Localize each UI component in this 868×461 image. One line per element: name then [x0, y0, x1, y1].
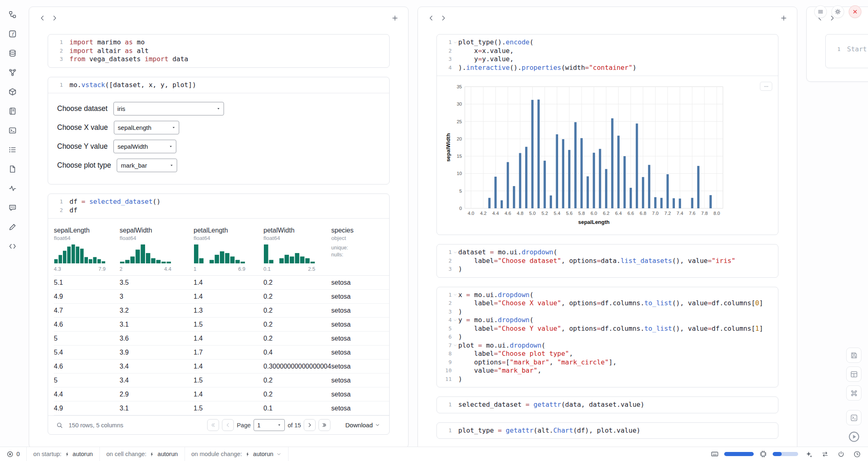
layout-select-button[interactable] [846, 366, 861, 382]
window-controls [814, 5, 861, 18]
connection-button[interactable] [820, 449, 830, 459]
menu-icon [817, 8, 824, 15]
choose-plot-type-select[interactable]: mark_bar [117, 159, 177, 172]
code-editor[interactable]: 1plot_type = getattr(alt.Chart(df), plot… [437, 423, 778, 439]
svg-text:5.6: 5.6 [566, 211, 573, 216]
scratchpad-panel-button[interactable] [5, 220, 20, 234]
terminal-button[interactable] [846, 410, 861, 425]
table-cell: 3.4 [120, 363, 194, 370]
scroll-column-left-button[interactable] [425, 12, 437, 24]
last-page-button[interactable] [319, 419, 330, 431]
code-editor[interactable]: 1Start coding or generate with [826, 35, 868, 68]
fold-toggle[interactable] [452, 342, 458, 349]
logs-panel-button[interactable] [5, 123, 20, 137]
table-cell: 1.4 [194, 391, 263, 398]
scroll-column-right-button[interactable] [437, 12, 450, 24]
download-button[interactable]: Download [343, 421, 383, 429]
run-all-button[interactable] [846, 429, 861, 444]
chart-actions-button[interactable] [760, 82, 772, 91]
keyboard-shortcuts-button[interactable] [846, 385, 861, 401]
choose-dataset-select[interactable]: iris [113, 102, 224, 115]
table-cell: 1.4 [194, 293, 263, 300]
code-editor[interactable]: 1plot_type().encode(2 x=x.value,3 y=y.va… [437, 35, 778, 76]
choose-y-value-select[interactable]: sepalWidth [113, 140, 176, 153]
table-row: 5.13.51.40.2setosa [54, 276, 389, 290]
table-cell: setosa [331, 363, 389, 370]
on-startup-config-button[interactable]: on startup:autorun [27, 447, 100, 461]
code-editor[interactable]: 1mo.vstack([dataset, x, y, plot]) [48, 77, 389, 93]
table-row: 4.63.41.40.30000000000000004setosa [54, 360, 389, 373]
column-header-petalLength[interactable]: petalLengthfloat64 [194, 224, 263, 242]
line-number: 1 [437, 248, 452, 257]
packages-panel-button[interactable] [5, 85, 20, 99]
altair-bar-chart[interactable]: 4.04.24.44.64.85.05.25.45.65.86.06.26.46… [444, 83, 771, 229]
documentation-icon [8, 165, 17, 173]
svg-text:7.2: 7.2 [664, 211, 671, 216]
notebook-menu-button[interactable] [814, 5, 827, 18]
column-header-sepalWidth[interactable]: sepalWidthfloat64 [120, 224, 194, 242]
chat-panel-button[interactable] [5, 201, 20, 214]
file-explorer-panel-button[interactable] [5, 7, 20, 21]
add-cell-button[interactable] [389, 12, 401, 24]
next-page-button[interactable] [304, 419, 316, 431]
code-editor[interactable]: 1df = selected_dataset()2df [48, 194, 389, 218]
save-button[interactable] [846, 348, 861, 363]
code-editor[interactable]: 1selected_dataset = getattr(data, datase… [437, 397, 778, 413]
on-module-change-config-button[interactable]: on module change:autorun [185, 447, 289, 461]
snippets-panel-button[interactable] [5, 239, 20, 253]
on-cell-change-config-button[interactable]: on cell change:autorun [100, 447, 185, 461]
dependency-graph-panel-button[interactable] [5, 65, 20, 79]
svg-text:35: 35 [457, 84, 462, 89]
table-cell: 1.3 [194, 307, 263, 314]
table-cell: 0.2 [263, 377, 331, 384]
shutdown-button[interactable] [849, 5, 861, 18]
functions-panel-button[interactable]: f [5, 27, 20, 41]
page-select[interactable]: 1 [254, 419, 285, 431]
column-header-petalWidth[interactable]: petalWidthfloat64 [263, 224, 331, 242]
code-editor[interactable]: 1x = mo.ui.dropdown(2 label="Choose X va… [437, 287, 778, 387]
outline-panel-button[interactable] [5, 143, 20, 157]
settings-button[interactable] [831, 5, 844, 18]
table-cell: setosa [331, 307, 389, 314]
code-editor[interactable]: 1dataset = mo.ui.dropdown(2 label="Choos… [437, 244, 778, 277]
fold-toggle[interactable] [452, 39, 458, 46]
fold-toggle[interactable] [452, 292, 458, 298]
choose-x-value-select[interactable]: sepalLength [114, 121, 179, 134]
fold-toggle[interactable] [452, 317, 458, 323]
table-cell: 1.5 [194, 321, 263, 328]
error-count-button[interactable]: 0 [0, 447, 27, 461]
svg-text:sepalWidth: sepalWidth [445, 133, 451, 161]
table-row: 53.41.50.2setosa [54, 373, 389, 387]
column-header-sepalLength[interactable]: sepalLengthfloat64 [54, 224, 120, 242]
code-editor[interactable]: 1import marimo as mo2import altair as al… [48, 35, 389, 67]
control-label: Choose dataset [57, 104, 108, 113]
previous-page-button[interactable] [222, 419, 234, 431]
tracing-panel-button[interactable] [5, 181, 20, 195]
ai-sparkle-button[interactable] [803, 449, 814, 459]
chevron-down-icon [453, 293, 457, 297]
add-cell-button[interactable] [778, 12, 790, 24]
first-page-button[interactable] [207, 419, 219, 431]
table-row: 4.63.11.50.2setosa [54, 318, 389, 332]
svg-text:6.0: 6.0 [591, 211, 597, 216]
documentation-panel-button[interactable] [5, 162, 20, 176]
svg-text:sepalLength: sepalLength [578, 219, 610, 225]
column-header-species[interactable]: speciesobject [331, 224, 389, 242]
fold-toggle[interactable] [452, 249, 458, 256]
line-number: 4 [437, 64, 452, 72]
notebook-panel-button[interactable] [5, 104, 20, 118]
table-cell: 3.5 [120, 279, 194, 286]
scroll-column-left-button[interactable] [36, 12, 48, 24]
datasources-panel-button[interactable] [5, 46, 20, 60]
table-cell: 0.2 [263, 321, 331, 328]
table-cell: setosa [331, 405, 389, 412]
line-number: 1 [437, 38, 452, 47]
table-search-button[interactable] [55, 420, 65, 430]
triangle-down-icon [277, 422, 282, 428]
control-label: Choose plot type [57, 161, 111, 170]
session-clock-button[interactable] [852, 449, 862, 459]
ai-sparkle-icon [805, 450, 813, 458]
hist-min: 0.1 [263, 266, 270, 272]
scroll-column-right-button[interactable] [48, 12, 61, 24]
power-button[interactable] [836, 449, 846, 459]
